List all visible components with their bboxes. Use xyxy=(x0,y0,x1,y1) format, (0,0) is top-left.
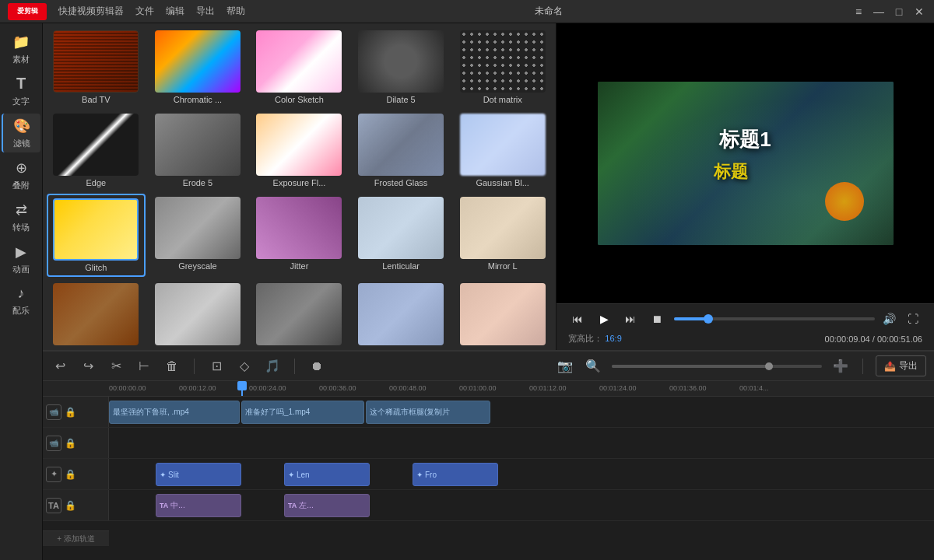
clip-effect-0[interactable]: ✦ Slit xyxy=(156,463,241,486)
clip-video-2[interactable]: 这个稀疏市框腿(复制片 xyxy=(366,401,490,424)
progress-dot xyxy=(704,314,713,324)
filter-badtv[interactable]: Bad TV xyxy=(47,27,146,107)
playhead-top xyxy=(237,381,247,390)
filter-colorsketch[interactable]: Color Sketch xyxy=(250,27,349,107)
redo-button[interactable]: ↪ xyxy=(79,357,97,376)
filter-jitter[interactable]: Jitter xyxy=(250,194,349,277)
filter-dotmatrix[interactable]: Dot matrix xyxy=(453,27,552,107)
sidebar: 📁 素材 T 文字 🎨 滤镜 ⊕ 叠附 ⇄ 转场 ▶ 动画 ♪ 配乐 xyxy=(0,23,43,560)
info-row: 宽高比： 16:9 00:00:09.04 / 00:00:51.06 xyxy=(568,333,922,345)
export-button[interactable]: 📤 导出 xyxy=(876,355,926,376)
track-video-content: 最坚强的下鲁班, .mp4 准备好了吗_1.mp4 这个稀疏市框腿(复制片 xyxy=(109,397,934,427)
menu-item-1[interactable]: 文件 xyxy=(135,5,154,18)
toolbar-divider-3 xyxy=(862,359,863,374)
clip-text-label-1: 左... xyxy=(299,500,313,511)
menu-item-2[interactable]: 编辑 xyxy=(166,5,184,18)
export-icon: 📤 xyxy=(884,361,896,372)
close-button[interactable]: ✕ xyxy=(912,5,926,19)
stop-button[interactable]: ⏹ xyxy=(648,310,666,328)
track-video-2: 📹 🔒 xyxy=(43,428,934,459)
filter-r3[interactable] xyxy=(250,280,349,350)
filter-frosted[interactable]: Frosted Glass xyxy=(352,110,451,191)
audio-button[interactable]: 🎵 xyxy=(263,357,282,376)
delete-button[interactable]: 🗑 xyxy=(163,357,181,376)
screenshot-button[interactable]: 📷 xyxy=(556,357,574,376)
track-video-icon[interactable]: 📹 xyxy=(46,404,61,420)
fullscreen-button[interactable]: ⛶ xyxy=(904,310,922,328)
filter-dilate[interactable]: Dilate 5 xyxy=(352,27,451,107)
rewind-button[interactable]: ⏮ xyxy=(568,310,587,328)
cut-button[interactable]: ✂ xyxy=(107,357,125,376)
fast-forward-button[interactable]: ⏭ xyxy=(621,310,640,328)
menu-button[interactable]: ≡ xyxy=(851,5,866,19)
filter-mirrorl[interactable]: Mirror L xyxy=(453,194,552,277)
volume-icon[interactable]: 🔊 xyxy=(883,313,896,325)
clip-text-0[interactable]: TA 中... xyxy=(156,494,241,517)
clip-effect-2[interactable]: ✦ Fro xyxy=(413,463,498,486)
sidebar-item-filter[interactable]: 🎨 滤镜 xyxy=(2,114,40,152)
zoom-slider[interactable] xyxy=(612,365,823,368)
filter-panel: Bad TV Chromatic ... Color Sketch Dilate… xyxy=(43,23,557,350)
main-area: 📁 素材 T 文字 🎨 滤镜 ⊕ 叠附 ⇄ 转场 ▶ 动画 ♪ 配乐 xyxy=(0,23,934,560)
clip-video-1[interactable]: 准备好了吗_1.mp4 xyxy=(241,401,364,424)
filter-label-erode: Erode 5 xyxy=(183,178,213,187)
clip-effect-1[interactable]: ✦ Len xyxy=(284,463,370,486)
track-lock-3[interactable]: 🔒 xyxy=(65,469,76,480)
filter-gaussian[interactable]: Gaussian Bl... xyxy=(453,110,552,191)
filter-lenticular[interactable]: Lenticular xyxy=(352,194,451,277)
zoom-in-button[interactable]: ➕ xyxy=(831,357,850,376)
menu-item-4[interactable]: 帮助 xyxy=(226,5,245,18)
filter-r4[interactable] xyxy=(352,280,451,350)
track-video2-icon[interactable]: 📹 xyxy=(46,436,61,451)
menu-item-0[interactable]: 快捷视频剪辑器 xyxy=(58,5,124,18)
sidebar-item-overlay[interactable]: ⊕ 叠附 xyxy=(2,156,40,194)
track-video2-content xyxy=(109,428,934,458)
filter-thumb-r3 xyxy=(256,283,342,345)
sidebar-item-music[interactable]: ♪ 配乐 xyxy=(2,282,40,320)
sidebar-item-text[interactable]: T 文字 xyxy=(2,72,40,110)
filter-chromatic[interactable]: Chromatic ... xyxy=(149,27,248,107)
filter-erode[interactable]: Erode 5 xyxy=(149,110,248,191)
record-button[interactable]: ⏺ xyxy=(307,357,326,376)
zoom-out-button[interactable]: 🔍 xyxy=(584,357,602,376)
filter-r2[interactable] xyxy=(149,280,248,350)
sidebar-item-animation[interactable]: ▶ 动画 xyxy=(2,240,40,278)
filter-edge[interactable]: Edge xyxy=(47,110,146,191)
filter-r1[interactable] xyxy=(47,280,146,350)
track-lock-2[interactable]: 🔒 xyxy=(65,438,76,449)
sidebar-item-transition[interactable]: ⇄ 转场 xyxy=(2,198,40,236)
menu-item-3[interactable]: 导出 xyxy=(196,5,215,18)
undo-button[interactable]: ↩ xyxy=(51,357,69,376)
filter-thumb-frosted xyxy=(358,114,444,176)
clip-text-1[interactable]: TA 左... xyxy=(284,494,370,517)
progress-bar[interactable] xyxy=(674,317,875,320)
minimize-button[interactable]: — xyxy=(872,5,886,19)
track-controls-2: 📹 🔒 xyxy=(43,428,109,458)
playhead[interactable] xyxy=(241,381,243,396)
clip-video-0[interactable]: 最坚强的下鲁班, .mp4 xyxy=(109,401,240,424)
sidebar-item-material[interactable]: 📁 素材 xyxy=(2,30,40,68)
filter-label-glitch: Glitch xyxy=(85,263,107,272)
crop-button[interactable]: ⊡ xyxy=(207,357,226,376)
aspect-label: 宽高比： xyxy=(568,334,602,343)
maximize-button[interactable]: □ xyxy=(892,5,906,19)
controls-row: ⏮ ▶ ⏭ ⏹ 🔊 ⛶ xyxy=(568,310,922,328)
track-lock-4[interactable]: 🔒 xyxy=(65,500,76,511)
track-effects-icon[interactable]: ✦ xyxy=(46,467,61,482)
text-clip-icon-1: TA xyxy=(288,502,297,509)
track-text-icon[interactable]: TA xyxy=(46,498,61,513)
material-icon: 📁 xyxy=(12,33,30,51)
track-lock-1[interactable]: 🔒 xyxy=(65,407,76,418)
text-icon: T xyxy=(16,75,26,93)
filter-r5[interactable] xyxy=(453,280,552,350)
filter-glitch[interactable]: Glitch xyxy=(47,194,146,277)
filter-thumb-exposure xyxy=(256,114,342,176)
play-button[interactable]: ▶ xyxy=(595,310,613,328)
filter-greyscale[interactable]: Greyscale xyxy=(149,194,248,277)
keyframe-button[interactable]: ◇ xyxy=(235,357,254,376)
add-track-button[interactable]: + 添加轨道 xyxy=(43,530,109,546)
split-button[interactable]: ⊢ xyxy=(135,357,153,376)
filter-thumb-lenticular xyxy=(358,197,444,259)
window-title: 未命名 xyxy=(535,5,563,18)
filter-exposure[interactable]: Exposure Fl... xyxy=(250,110,349,191)
